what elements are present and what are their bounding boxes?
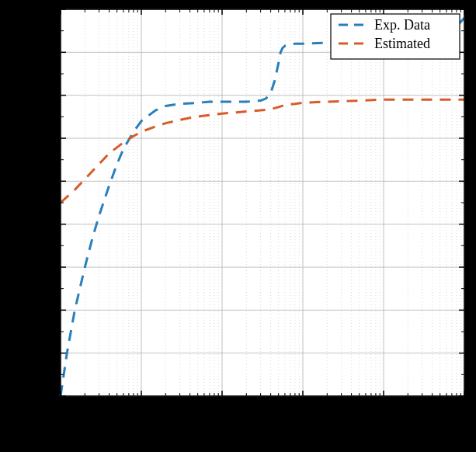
svg-text:40: 40 <box>40 88 54 103</box>
svg-text:60: 60 <box>40 44 54 60</box>
svg-text:10−1: 10−1 <box>129 398 154 416</box>
svg-text:−40: −40 <box>33 259 54 275</box>
y-tick-labels: −100−80−60−40−20020406080 <box>26 2 54 404</box>
svg-text:100: 100 <box>213 398 232 416</box>
svg-text:−20: −20 <box>33 217 54 232</box>
svg-text:−60: −60 <box>33 302 54 318</box>
legend: Exp. Data Estimated <box>331 14 460 59</box>
y-axis-label: |Z| [Ω] <box>3 182 21 223</box>
svg-text:0: 0 <box>47 173 54 189</box>
x-tick-labels: 10−210−1100101102103 <box>48 398 474 416</box>
svg-text:−80: −80 <box>33 346 54 361</box>
svg-text:20: 20 <box>40 130 54 146</box>
plot-area <box>61 9 464 396</box>
legend-entry-exp: Exp. Data <box>374 17 430 33</box>
legend-entry-est: Estimated <box>374 36 430 51</box>
svg-text:102: 102 <box>374 398 394 416</box>
svg-text:80: 80 <box>40 2 54 17</box>
svg-text:−100: −100 <box>26 388 54 404</box>
x-axis-label: f [Hz] <box>244 422 281 440</box>
impedance-bode-chart: 10−210−1100101102103 −100−80−60−40−20020… <box>0 0 476 452</box>
svg-text:101: 101 <box>294 398 313 416</box>
svg-text:103: 103 <box>455 398 474 416</box>
